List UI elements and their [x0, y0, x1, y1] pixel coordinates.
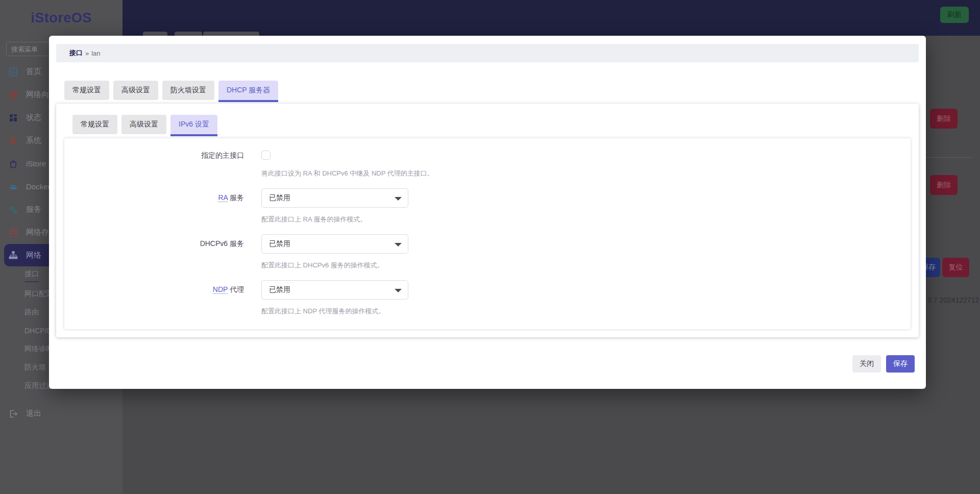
sidebar-item-label: iStore	[26, 159, 46, 168]
sidebar-item-label: 系统	[26, 136, 41, 145]
field-label: RA 服务	[64, 188, 244, 224]
delete-button[interactable]: 删除	[930, 175, 958, 195]
field-help: 配置此接口上 NDP 代理服务的操作模式。	[261, 307, 408, 316]
dialog-tabs: 常规设置 高级设置 防火墙设置 DHCP 服务器	[64, 81, 919, 100]
sidebar-item-label: Docker	[26, 182, 51, 191]
sitemap-icon	[8, 250, 18, 260]
dhcp-subtabs: 常规设置 高级设置 IPv6 设置	[72, 115, 911, 134]
chevron-down-icon	[395, 289, 402, 292]
sidebar-item-label: 退出	[26, 409, 41, 418]
sidebar-item-label: 首页	[26, 67, 41, 77]
form-row-ra-service: RA 服务 已禁用 配置此接口上 RA 服务的操作模式。	[64, 188, 911, 224]
field-label: DHCPv6 服务	[64, 234, 244, 270]
home-chart-icon	[8, 67, 18, 77]
tab-firewall-settings[interactable]: 防火墙设置	[162, 81, 214, 100]
field-help: 配置此接口上 DHCPv6 服务的操作模式。	[261, 261, 408, 270]
designated-master-checkbox[interactable]	[261, 151, 271, 160]
field-label: 指定的主接口	[64, 151, 244, 178]
sidebar-item-logout[interactable]: 退出	[0, 402, 122, 425]
breadcrumb-current: lan	[91, 50, 100, 57]
field-label: NDP 代理	[64, 280, 244, 316]
dhcpv6-service-select[interactable]: 已禁用	[261, 234, 408, 254]
ra-service-select[interactable]: 已禁用	[261, 188, 408, 208]
gears-icon	[8, 205, 18, 215]
dhcp-server-card: 常规设置 高级设置 IPv6 设置 指定的主接口 将此接口设为 RA 和 DHC…	[56, 104, 919, 337]
logout-icon	[8, 409, 18, 419]
field-help: 将此接口设为 RA 和 DHCPv6 中继及 NDP 代理的主接口。	[261, 169, 434, 178]
firmware-version-text: 3.7 2024122712	[927, 296, 979, 304]
shopping-bag-icon	[8, 159, 18, 169]
form-row-ndp-proxy: NDP 代理 已禁用 配置此接口上 NDP 代理服务的操作模式。	[64, 280, 911, 316]
dashboard-icon	[8, 113, 18, 123]
subtab-advanced-settings[interactable]: 高级设置	[121, 115, 166, 134]
refresh-button[interactable]: 刷新	[940, 7, 969, 23]
form-row-dhcpv6-service: DHCPv6 服务 已禁用 配置此接口上 DHCPv6 服务的操作模式。	[64, 234, 911, 270]
breadcrumb-link-interfaces[interactable]: 接口	[69, 48, 83, 58]
field-help: 配置此接口上 RA 服务的操作模式。	[261, 215, 408, 224]
database-icon	[8, 228, 18, 238]
sidebar-item-label: 网络	[26, 251, 41, 260]
tab-dhcp-server[interactable]: DHCP 服务器	[218, 81, 278, 100]
ipv6-settings-panel: 指定的主接口 将此接口设为 RA 和 DHCPv6 中继及 NDP 代理的主接口…	[64, 138, 911, 329]
tab-advanced-settings[interactable]: 高级设置	[113, 81, 158, 100]
close-button[interactable]: 关闭	[852, 355, 881, 373]
save-button[interactable]: 保存	[886, 355, 915, 373]
breadcrumb-separator: »	[85, 50, 89, 57]
subtab-general-setup[interactable]: 常规设置	[72, 115, 117, 134]
delete-button[interactable]: 删除	[930, 109, 958, 129]
globe-icon	[8, 90, 18, 100]
breadcrumb: 接口 » lan	[56, 44, 919, 62]
gear-icon	[8, 136, 18, 146]
selected-value: 已禁用	[269, 285, 290, 294]
selected-value: 已禁用	[269, 239, 290, 249]
interface-edit-dialog: 接口 » lan 常规设置 高级设置 防火墙设置 DHCP 服务器 常规设置 高…	[49, 36, 926, 389]
chevron-down-icon	[395, 243, 402, 246]
ndp-abbr-link[interactable]: NDP	[213, 285, 228, 294]
sidebar-item-label: 状态	[26, 113, 41, 122]
chevron-down-icon	[395, 197, 402, 201]
sidebar-item-label: 服务	[26, 205, 41, 214]
app-logo: iStoreOS	[0, 0, 122, 36]
dialog-footer: 关闭 保存	[852, 355, 915, 373]
ra-abbr-link[interactable]: RA	[218, 193, 228, 202]
reset-button[interactable]: 复位	[942, 258, 969, 277]
tab-general-settings[interactable]: 常规设置	[64, 81, 109, 100]
selected-value: 已禁用	[269, 193, 290, 203]
top-navbar	[122, 0, 980, 36]
ndp-proxy-select[interactable]: 已禁用	[261, 280, 408, 300]
subtab-ipv6-settings[interactable]: IPv6 设置	[170, 115, 217, 134]
form-row-designated-master: 指定的主接口 将此接口设为 RA 和 DHCPv6 中继及 NDP 代理的主接口…	[64, 151, 911, 178]
docker-whale-icon	[8, 182, 18, 192]
